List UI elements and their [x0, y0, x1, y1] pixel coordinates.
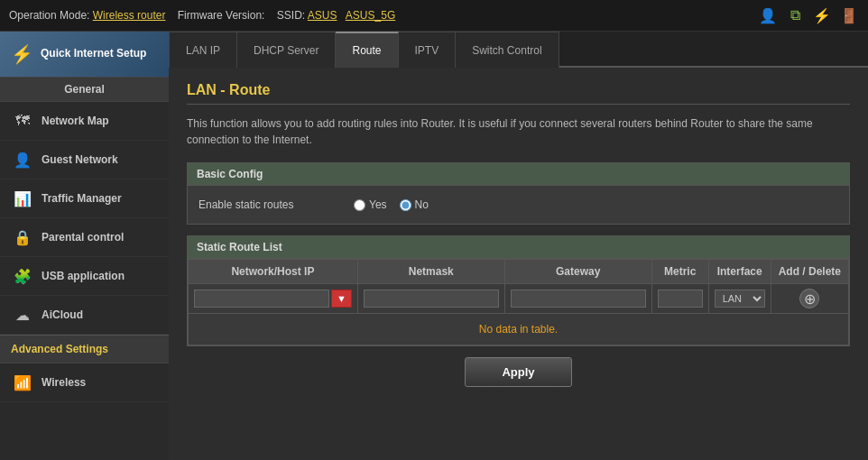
basic-config-body: Enable static routes Yes No: [188, 186, 849, 224]
operation-mode-label: Operation Mode:: [9, 9, 89, 22]
usb-app-icon: 🧩: [13, 266, 32, 286]
usb-icon[interactable]: ⚡: [812, 5, 832, 25]
static-routes-radio-group: Yes No: [354, 198, 429, 211]
page-title: LAN - Route: [187, 82, 850, 105]
sidebar: ⚡ Quick Internet Setup General 🗺 Network…: [0, 32, 169, 460]
netmask-cell: [357, 284, 504, 314]
interface-cell: LAN WAN: [708, 284, 771, 314]
no-data-cell: No data in table.: [189, 314, 849, 345]
sidebar-item-aicloud[interactable]: ☁ AiCloud: [0, 296, 169, 335]
quick-setup-label: Quick Internet Setup: [41, 47, 146, 61]
gateway-cell: [504, 284, 651, 314]
sidebar-item-network-map[interactable]: 🗺 Network Map: [0, 102, 169, 141]
add-route-button[interactable]: ⊕: [799, 289, 819, 308]
parental-control-icon: 🔒: [13, 227, 32, 247]
netmask-input[interactable]: [364, 290, 499, 308]
network-host-ip-cell: ▼: [189, 284, 358, 314]
ssid-value[interactable]: ASUS: [308, 9, 337, 22]
aicloud-icon: ☁: [13, 305, 32, 325]
main-layout: ⚡ Quick Internet Setup General 🗺 Network…: [0, 32, 868, 460]
firmware-label: Firmware Version:: [178, 9, 265, 22]
parental-control-label: Parental control: [42, 231, 124, 244]
table-input-row: ▼: [189, 284, 849, 314]
network-host-ip-dropdown[interactable]: ▼: [331, 290, 352, 308]
tab-iptv[interactable]: IPTV: [399, 32, 457, 68]
apply-button[interactable]: Apply: [465, 357, 571, 387]
sidebar-item-wireless[interactable]: 📶 Wireless: [0, 363, 169, 402]
aicloud-label: AiCloud: [42, 308, 83, 321]
network-map-icon: 🗺: [13, 111, 32, 131]
page-content: LAN - Route This function allows you to …: [169, 68, 868, 460]
sidebar-item-traffic-manager[interactable]: 📊 Traffic Manager: [0, 179, 169, 218]
sidebar-item-parental-control[interactable]: 🔒 Parental control: [0, 218, 169, 257]
col-network-host-ip: Network/Host IP: [189, 260, 358, 284]
route-table: Network/Host IP Netmask Gateway Metric I…: [188, 259, 849, 345]
copy-icon[interactable]: ⧉: [785, 5, 805, 25]
user-icon[interactable]: 👤: [758, 5, 778, 25]
metric-input[interactable]: [658, 290, 703, 308]
yes-radio[interactable]: [354, 199, 365, 211]
traffic-manager-label: Traffic Manager: [42, 192, 122, 205]
logout-icon[interactable]: 🚪: [839, 5, 859, 25]
guest-network-icon: 👤: [13, 150, 32, 170]
tab-lan-ip[interactable]: LAN IP: [169, 32, 237, 68]
network-host-ip-input[interactable]: [194, 290, 329, 308]
top-bar-icons: 👤 ⧉ ⚡ 🚪: [758, 5, 859, 25]
col-gateway: Gateway: [504, 260, 651, 284]
general-section-label: General: [0, 77, 169, 102]
static-route-list-section: Static Route List Network/Host IP Netmas…: [187, 235, 850, 346]
no-data-row: No data in table.: [189, 314, 849, 345]
interface-select-wrapper: LAN WAN: [715, 290, 765, 308]
tab-bar: LAN IP DHCP Server Route IPTV Switch Con…: [169, 32, 868, 68]
no-radio[interactable]: [400, 199, 411, 211]
col-add-delete: Add / Delete: [771, 260, 848, 284]
sidebar-item-usb-application[interactable]: 🧩 USB application: [0, 257, 169, 296]
basic-config-header: Basic Config: [188, 163, 849, 186]
page-description: This function allows you to add routing …: [187, 115, 850, 148]
static-route-list-header: Static Route List: [188, 236, 849, 259]
apply-row: Apply: [187, 357, 850, 387]
col-interface: Interface: [708, 260, 771, 284]
enable-static-routes-row: Enable static routes Yes No: [199, 195, 838, 215]
no-radio-label[interactable]: No: [400, 198, 429, 211]
usb-app-label: USB application: [42, 270, 125, 282]
col-metric: Metric: [651, 260, 708, 284]
top-bar: Operation Mode: Wireless router Firmware…: [0, 0, 868, 32]
metric-cell: [651, 284, 708, 314]
yes-radio-label[interactable]: Yes: [354, 198, 387, 211]
quick-setup-icon: ⚡: [11, 43, 33, 65]
operation-mode-value[interactable]: Wireless router: [93, 9, 166, 22]
content-area: LAN IP DHCP Server Route IPTV Switch Con…: [169, 32, 868, 460]
network-map-label: Network Map: [42, 115, 109, 127]
sidebar-item-guest-network[interactable]: 👤 Guest Network: [0, 141, 169, 179]
enable-static-routes-label: Enable static routes: [199, 198, 343, 211]
gateway-input[interactable]: [511, 290, 646, 308]
advanced-settings-label: Advanced Settings: [0, 335, 169, 363]
tab-dhcp-server[interactable]: DHCP Server: [237, 32, 336, 68]
top-bar-info: Operation Mode: Wireless router Firmware…: [9, 9, 758, 22]
traffic-manager-icon: 📊: [13, 189, 32, 208]
ssid-5g-value[interactable]: ASUS_5G: [346, 9, 395, 22]
wireless-icon: 📶: [13, 373, 32, 392]
quick-setup-button[interactable]: ⚡ Quick Internet Setup: [0, 32, 169, 77]
interface-select[interactable]: LAN WAN: [715, 290, 765, 308]
basic-config-section: Basic Config Enable static routes Yes No: [187, 162, 850, 225]
ssid-label: SSID:: [277, 9, 305, 22]
add-delete-cell: ⊕: [771, 284, 848, 314]
wireless-label: Wireless: [42, 376, 86, 389]
col-netmask: Netmask: [357, 260, 504, 284]
tab-route[interactable]: Route: [336, 32, 398, 68]
tab-switch-control[interactable]: Switch Control: [456, 32, 559, 68]
guest-network-label: Guest Network: [42, 153, 118, 166]
